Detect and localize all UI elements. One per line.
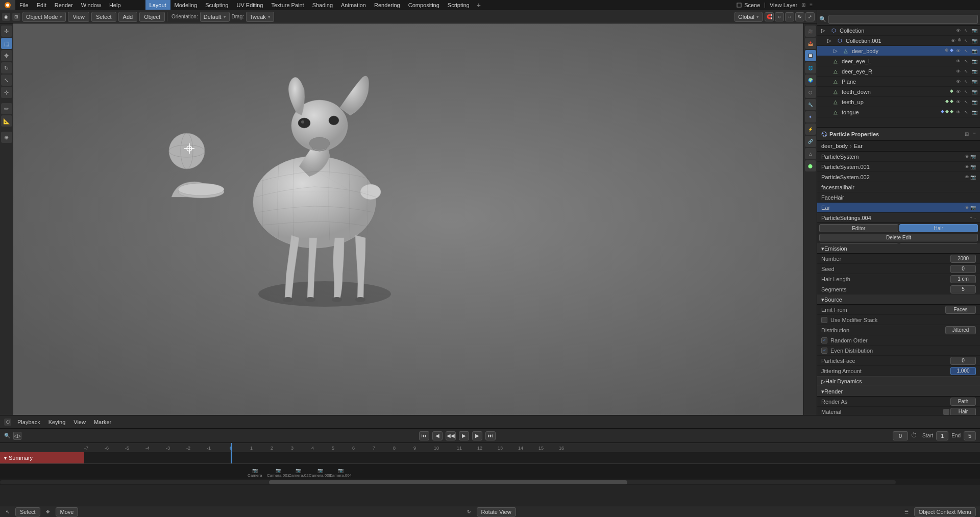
emission-number-value[interactable]: 2000 xyxy=(950,255,976,263)
workspace-tab-sculpting[interactable]: Sculpting xyxy=(201,0,232,10)
workspace-tab-texture-paint[interactable]: Texture Paint xyxy=(267,0,308,10)
output-props-icon[interactable]: 📤 xyxy=(805,38,816,49)
particle-props-filter-btn[interactable]: ⊞ xyxy=(965,131,969,137)
move-icon[interactable]: ↔ xyxy=(785,12,794,21)
scrollbar-thumb[interactable] xyxy=(269,480,627,484)
frame-forward-btn[interactable]: ▶ xyxy=(472,431,482,440)
tongue-visibility-btn[interactable]: 👁 xyxy=(954,109,962,116)
playback-menu[interactable]: Playback xyxy=(15,419,42,425)
emission-section-header[interactable]: ▾ Emission xyxy=(817,243,980,254)
tongue-select-btn[interactable]: ↖ xyxy=(963,109,970,116)
annotate-tool[interactable]: ✏ xyxy=(1,103,12,114)
deer-eye-r-select-btn[interactable]: ↖ xyxy=(963,68,970,75)
particle-sys-render-1[interactable]: 📷 xyxy=(970,164,976,169)
deer-eye-r-render-btn[interactable]: 📷 xyxy=(971,68,978,75)
teeth-down-visibility-btn[interactable]: 👁 xyxy=(954,88,962,95)
jump-to-start-btn[interactable]: ⏮ xyxy=(419,431,429,440)
toolbar-icon-1[interactable]: ⊞ xyxy=(12,13,20,21)
distribution-dropdown[interactable]: Jittered xyxy=(945,326,976,334)
particles-props-icon[interactable]: ✦ xyxy=(805,111,816,122)
jump-to-end-btn[interactable]: ⏭ xyxy=(485,431,496,440)
menu-help[interactable]: Help xyxy=(105,0,125,10)
collection-select-btn[interactable]: ↖ xyxy=(963,27,970,34)
settings-remove-btn[interactable]: - xyxy=(974,215,976,220)
scale-icon[interactable]: ⤢ xyxy=(805,12,815,21)
scene-props-icon[interactable]: 🌐 xyxy=(805,62,816,73)
teeth-up-render-btn[interactable]: 📷 xyxy=(971,99,978,106)
outliner-item-deer-eye-l[interactable]: △ deer_eye_L 👁 ↖ 📷 xyxy=(817,56,980,66)
filter-icon[interactable]: ⊞ xyxy=(801,2,805,8)
rotate-icon[interactable]: ↻ xyxy=(795,12,804,21)
summary-toggle[interactable]: ▾ Summary xyxy=(0,452,84,463)
material-props-icon[interactable]: ⬤ xyxy=(805,160,816,171)
particle-sys-render-5[interactable]: 📷 xyxy=(970,205,976,210)
teeth-down-render-btn[interactable]: 📷 xyxy=(971,88,978,95)
outliner-item-deer-eye-r[interactable]: △ deer_eye_R 👁 ↖ 📷 xyxy=(817,66,980,77)
random-order-cb[interactable] xyxy=(821,337,827,343)
particle-props-extra-btn[interactable]: ≡ xyxy=(973,131,976,137)
render-props-icon[interactable]: 🎥 xyxy=(805,26,816,37)
particle-sys-render-2[interactable]: 📷 xyxy=(970,175,976,180)
particle-system-item-2[interactable]: ParticleSystem.002 👁 📷 xyxy=(817,172,980,182)
plane-select-btn[interactable]: ↖ xyxy=(963,78,970,85)
start-frame-input[interactable]: 1 xyxy=(936,431,948,440)
editor-btn[interactable]: Editor xyxy=(819,224,898,232)
outliner-item-teeth-up[interactable]: △ teeth_up ◆ ◆ 👁 ↖ 📷 xyxy=(817,97,980,107)
particle-sys-render-0[interactable]: 📷 xyxy=(970,154,976,159)
workspace-tab-uv-editing[interactable]: UV Editing xyxy=(232,0,267,10)
workspace-tab-animation[interactable]: Animation xyxy=(337,0,370,10)
view-layer-props-icon[interactable]: 🔲 xyxy=(805,50,816,61)
menu-file[interactable]: File xyxy=(15,0,33,10)
object-mode-dropdown[interactable]: Object Mode ▾ xyxy=(22,12,66,22)
tongue-render-btn[interactable]: 📷 xyxy=(971,109,978,116)
orientation-dropdown[interactable]: Default ▾ xyxy=(200,12,230,22)
workspace-add-tab[interactable]: + xyxy=(474,0,484,10)
context-menu-btn[interactable]: Object Context Menu xyxy=(914,507,976,516)
sort-icon[interactable]: ≡ xyxy=(810,2,813,8)
workspace-tab-shading[interactable]: Shading xyxy=(308,0,337,10)
workspace-tab-rendering[interactable]: Rendering xyxy=(370,0,404,10)
source-section-header[interactable]: ▾ Source xyxy=(817,294,980,305)
object-props-icon[interactable]: ⬡ xyxy=(805,87,816,98)
keying-menu[interactable]: Keying xyxy=(46,419,68,425)
outliner-item-teeth-down[interactable]: △ teeth_down ◆ 👁 ↖ 📷 xyxy=(817,87,980,97)
deer-body-render-btn[interactable]: 📷 xyxy=(971,47,978,55)
deer-body-select-btn[interactable]: ↖ xyxy=(963,47,970,55)
teeth-up-visibility-btn[interactable]: 👁 xyxy=(954,99,962,106)
select-tool[interactable]: ⬚ xyxy=(1,38,12,49)
timeline-search-icon[interactable]: 🔍 xyxy=(4,433,10,438)
scale-tool[interactable]: ⤡ xyxy=(1,75,12,86)
hair-dynamics-header[interactable]: ▷ Hair Dynamics xyxy=(817,376,980,386)
modifier-props-icon[interactable]: 🔧 xyxy=(805,99,816,110)
emit-from-dropdown[interactable]: Faces xyxy=(945,306,976,314)
outliner-item-plane[interactable]: △ Plane 👁 ↖ 📷 xyxy=(817,77,980,87)
move-btn[interactable]: Move xyxy=(56,507,79,516)
menu-edit[interactable]: Edit xyxy=(33,0,51,10)
jitter-value[interactable]: 1.000 xyxy=(950,367,976,375)
render-as-dropdown[interactable]: Path xyxy=(950,398,976,406)
constraints-props-icon[interactable]: 🔗 xyxy=(805,136,816,147)
particle-system-item-4[interactable]: FaceHair xyxy=(817,192,980,203)
emission-hair-length-value[interactable]: 1 cm xyxy=(950,275,976,283)
menu-render[interactable]: Render xyxy=(51,0,77,10)
object-menu[interactable]: Object xyxy=(139,12,165,22)
rotate-view-btn[interactable]: Rotate View xyxy=(477,507,516,516)
particle-sys-eye-5[interactable]: 👁 xyxy=(965,205,969,210)
proportional-icon[interactable]: ○ xyxy=(775,12,784,21)
workspace-tab-modeling[interactable]: Modeling xyxy=(170,0,202,10)
play-reverse-btn[interactable]: ◀◀ xyxy=(446,431,456,440)
world-props-icon[interactable]: 🌍 xyxy=(805,75,816,86)
particle-system-item-0[interactable]: ParticleSystem 👁 📷 xyxy=(817,152,980,162)
even-dist-cb[interactable] xyxy=(821,348,827,354)
outliner-search-input[interactable] xyxy=(828,15,978,24)
select-menu[interactable]: Select xyxy=(91,12,116,22)
use-modifier-stack-cb[interactable] xyxy=(821,317,827,323)
select-btn[interactable]: Select xyxy=(15,507,40,516)
blender-logo[interactable] xyxy=(0,0,15,10)
plane-visibility-btn[interactable]: 👁 xyxy=(954,78,962,85)
end-frame-input[interactable]: 5 xyxy=(964,431,976,440)
workspace-tab-layout[interactable]: Layout xyxy=(145,0,170,10)
deer-eye-l-select-btn[interactable]: ↖ xyxy=(963,58,970,65)
deer-eye-r-visibility-btn[interactable]: 👁 xyxy=(954,68,962,75)
material-color-swatch[interactable] xyxy=(943,409,949,415)
